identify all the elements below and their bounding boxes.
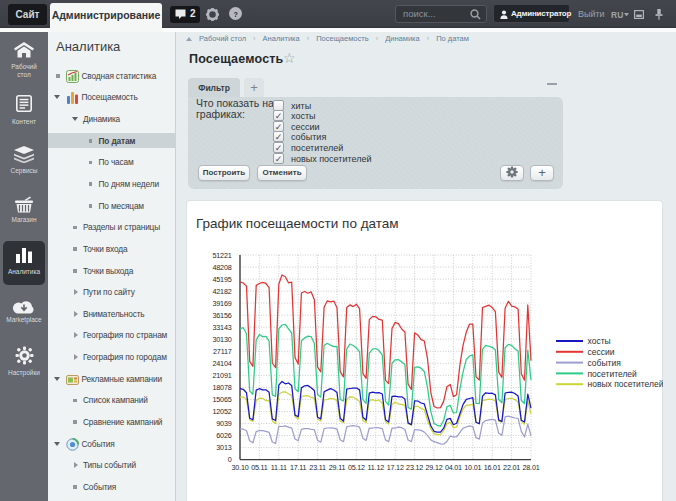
svg-text:29.12: 29.12 — [426, 463, 443, 472]
svg-text:33143: 33143 — [213, 323, 232, 332]
svg-text:23.11: 23.11 — [309, 463, 326, 472]
svg-text:3013: 3013 — [216, 443, 231, 452]
svg-text:36156: 36156 — [213, 311, 232, 320]
svg-text:05.11: 05.11 — [251, 463, 268, 472]
svg-text:51221: 51221 — [213, 251, 232, 260]
svg-text:29.11: 29.11 — [329, 463, 346, 472]
svg-text:события: события — [588, 358, 622, 368]
svg-text:16.01: 16.01 — [484, 463, 501, 472]
svg-text:11.12: 11.12 — [368, 463, 385, 472]
svg-text:новых посетителей: новых посетителей — [588, 379, 664, 389]
svg-text:04.01: 04.01 — [445, 463, 462, 472]
svg-text:21091: 21091 — [213, 371, 232, 380]
svg-text:39169: 39169 — [213, 299, 232, 308]
svg-text:хосты: хосты — [588, 336, 611, 346]
svg-text:23.12: 23.12 — [406, 463, 423, 472]
svg-text:22.01: 22.01 — [503, 463, 520, 472]
svg-text:28.01: 28.01 — [523, 463, 540, 472]
svg-text:45195: 45195 — [213, 275, 232, 284]
svg-text:10.01: 10.01 — [464, 463, 481, 472]
svg-text:17.11: 17.11 — [290, 463, 307, 472]
svg-text:17.12: 17.12 — [387, 463, 404, 472]
svg-text:48208: 48208 — [213, 263, 232, 272]
svg-text:05.12: 05.12 — [348, 463, 365, 472]
svg-text:30130: 30130 — [213, 335, 232, 344]
svg-text:27117: 27117 — [213, 347, 232, 356]
svg-text:сессии: сессии — [588, 347, 615, 357]
svg-text:9039: 9039 — [216, 419, 231, 428]
svg-text:посетителей: посетителей — [588, 369, 638, 379]
svg-text:42182: 42182 — [213, 287, 232, 296]
svg-text:6026: 6026 — [216, 431, 231, 440]
svg-text:11.11: 11.11 — [271, 463, 287, 472]
svg-text:18078: 18078 — [213, 383, 232, 392]
svg-text:12052: 12052 — [213, 407, 232, 416]
svg-text:15065: 15065 — [213, 395, 232, 404]
svg-text:?: ? — [233, 10, 237, 19]
svg-text:24104: 24104 — [213, 359, 232, 368]
svg-text:30.10: 30.10 — [232, 463, 249, 472]
